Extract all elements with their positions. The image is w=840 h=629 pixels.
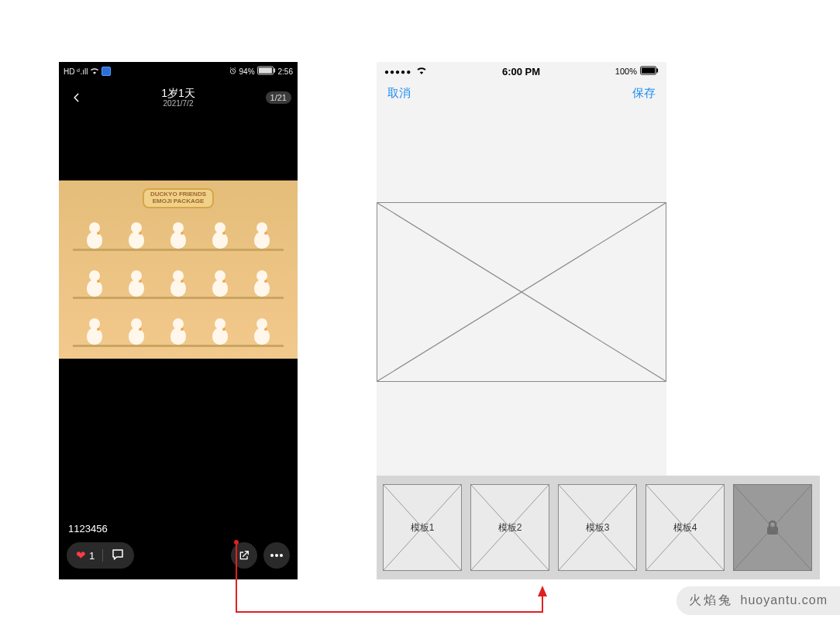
status-time: 6:00 PM — [427, 66, 615, 77]
watermark-badge: 火焰兔 huoyantu.com — [676, 586, 840, 615]
service-icon — [102, 67, 111, 76]
template-4[interactable]: 模板4 — [645, 484, 725, 571]
watermark-en: huoyantu.com — [740, 593, 828, 607]
shelf-sign: DUCKYO FRIENDS EMOJI PACKAGE — [143, 188, 214, 208]
shelf-sign-line2: EMOJI PACKAGE — [150, 198, 206, 205]
wifi-icon — [416, 66, 427, 77]
photo-viewer[interactable]: DUCKYO FRIENDS EMOJI PACKAGE — [59, 115, 298, 424]
photo-counter-badge: 1/21 — [266, 91, 291, 104]
nav-bar: 取消 保存 — [377, 81, 666, 105]
photo-content: DUCKYO FRIENDS EMOJI PACKAGE — [59, 180, 298, 359]
like-button[interactable]: ❤ 1 — [76, 548, 95, 562]
battery-icon — [640, 66, 659, 77]
separator — [102, 549, 103, 562]
svg-point-5 — [275, 554, 278, 557]
template-locked[interactable] — [733, 484, 812, 571]
template-2[interactable]: 模板2 — [470, 484, 549, 571]
page-title: 1岁1天 — [161, 88, 195, 99]
more-icon — [270, 554, 283, 557]
status-bar-dark: HD ᵈ.ıll 94% 2:56 — [59, 62, 298, 81]
comment-button[interactable] — [111, 548, 125, 564]
battery-icon — [257, 66, 276, 77]
alarm-icon — [229, 67, 237, 77]
left-screen: HD ᵈ.ıll 94% 2:56 1岁1天 2021/7/2 1/21 DUC… — [59, 62, 298, 579]
back-button[interactable] — [65, 81, 88, 115]
template-3[interactable]: 模板3 — [558, 484, 637, 571]
right-screen: ●●●●● 6:00 PM 100% 取消 保存 模板1 模板2 模板3 — [377, 62, 666, 579]
wifi-icon — [90, 67, 99, 76]
image-placeholder[interactable] — [377, 202, 666, 382]
template-strip[interactable]: 模板1 模板2 模板3 模板4 — [377, 476, 820, 579]
svg-point-6 — [280, 554, 283, 557]
comment-icon — [111, 548, 125, 562]
battery-percent: 100% — [615, 67, 637, 76]
svg-rect-9 — [656, 68, 658, 73]
shelf-row — [73, 258, 283, 299]
battery-percent: 94% — [239, 67, 255, 76]
title-bar: 1岁1天 2021/7/2 1/21 — [59, 81, 298, 115]
hd-indicator: HD — [64, 67, 74, 76]
share-button[interactable] — [231, 542, 257, 569]
photo-caption: 1123456 — [68, 523, 288, 534]
heart-icon: ❤ — [76, 548, 86, 562]
signal-icon: ᵈ.ıll — [77, 67, 88, 76]
svg-point-4 — [270, 554, 274, 557]
status-bar-light: ●●●●● 6:00 PM 100% — [377, 62, 666, 81]
like-count: 1 — [89, 550, 95, 562]
template-1[interactable]: 模板1 — [383, 484, 462, 571]
cancel-button[interactable]: 取消 — [387, 86, 411, 101]
share-icon — [238, 549, 250, 562]
like-comment-pill: ❤ 1 — [67, 542, 134, 569]
action-row: ❤ 1 — [67, 542, 290, 569]
watermark-zh: 火焰兔 — [689, 593, 733, 607]
shelf-row — [73, 210, 283, 251]
more-button[interactable] — [263, 542, 290, 569]
status-time: 2:56 — [278, 67, 293, 76]
svg-rect-8 — [642, 67, 656, 73]
svg-rect-3 — [274, 68, 275, 73]
shelf-row — [73, 306, 283, 347]
save-button[interactable]: 保存 — [632, 86, 656, 101]
signal-dots-icon: ●●●●● — [384, 67, 411, 76]
page-subtitle: 2021/7/2 — [164, 99, 194, 108]
svg-rect-2 — [258, 67, 271, 73]
bottom-panel: 1123456 ❤ 1 — [59, 510, 298, 579]
editor-body — [377, 108, 666, 476]
